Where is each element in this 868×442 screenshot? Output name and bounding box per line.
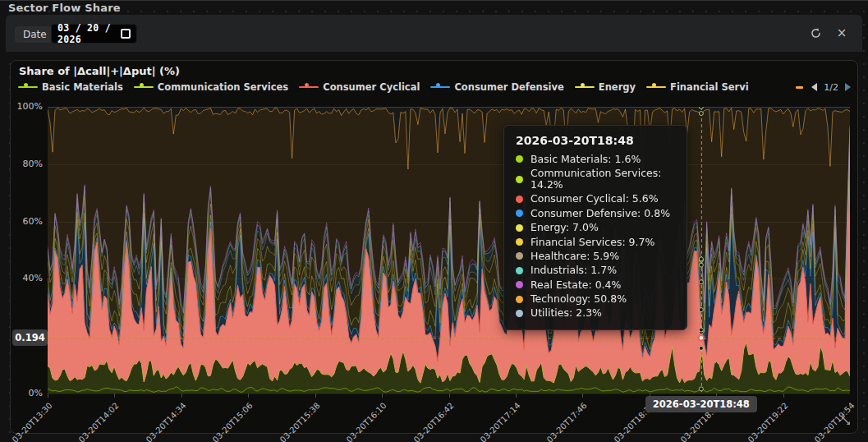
series-dot-icon (516, 155, 523, 163)
legend-item-consumer-cyclical[interactable]: Consumer Cyclical (299, 81, 420, 93)
legend-item-communication-services[interactable]: Communication Services (134, 81, 288, 93)
legend-item-consumer-defensive[interactable]: Consumer Defensive (430, 81, 563, 93)
toolbar: Date 03 / 20 / 2026 × (6, 15, 862, 52)
x-axis-tick-label: -03-20T17:14 (457, 401, 521, 442)
tooltip-row-text: Utilities: 2.3% (530, 307, 602, 319)
y-axis-pointer-badge: 0.194 (12, 329, 48, 346)
legend-marker-icon (575, 83, 595, 91)
x-axis-pointer-badge: 2026-03-20T18:48 (645, 396, 757, 412)
tooltip-row-text: Energy: 7.0% (530, 222, 599, 233)
legend-item-label: Energy (599, 81, 636, 93)
legend-item-label: Consumer Defensive (454, 81, 563, 93)
tooltip-row-text: Consumer Defensive: 0.8% (530, 208, 670, 219)
tooltip-row: Basic Materials: 1.6% (516, 152, 675, 166)
tooltip-timestamp: 2026-03-20T18:48 (516, 134, 675, 147)
tooltip-row-text: Consumer Cyclical: 5.6% (530, 193, 659, 205)
legend-item-label: Financial Services (670, 81, 749, 93)
legend-marker-icon (18, 83, 38, 91)
tooltip-row-text: Real Estate: 0.4% (530, 279, 621, 291)
x-axis-tick-label: -03-20T15:38 (257, 401, 321, 442)
series-dot-icon (516, 176, 523, 183)
legend-item-basic-materials[interactable]: Basic Materials (18, 81, 123, 93)
legend-item-financial-services[interactable]: Financial Services (646, 81, 749, 93)
series-dot-icon (516, 224, 523, 232)
refresh-icon (810, 27, 822, 39)
tooltip-row-text: Financial Services: 9.7% (530, 237, 654, 248)
close-button[interactable]: × (831, 23, 852, 43)
series-dot-icon (516, 209, 523, 217)
date-value: 03 / 20 / 2026 (57, 22, 121, 45)
tooltip-row: Healthcare: 5.9% (516, 249, 675, 263)
x-axis-tick-label: -03-20T13:30 (0, 401, 54, 442)
legend-marker-icon (134, 83, 154, 91)
legend-marker-icon (299, 83, 319, 91)
x-axis-tick-label: -03-20T14:34 (123, 401, 187, 442)
legend-pager: 1/2 (796, 80, 851, 94)
series-dot-icon (516, 252, 523, 260)
page-title: Sector Flow Share (8, 2, 121, 14)
legend-item-label: Communication Services (158, 81, 288, 93)
legend-page-indicator: 1/2 (824, 82, 838, 93)
tooltip-row-text: Communication Services: 14.2% (530, 168, 675, 191)
tooltip-rows: Basic Materials: 1.6% Communication Serv… (516, 152, 675, 320)
sector-flow-area-chart[interactable] (48, 107, 850, 399)
legend-item-label: Basic Materials (42, 81, 123, 93)
series-dot-icon (516, 310, 523, 317)
app-root: { "window": { "title": "Sector Flow Shar… (0, 0, 868, 442)
y-axis-tick-label: 60% (11, 217, 43, 227)
tooltip-row: Consumer Defensive: 0.8% (516, 206, 675, 220)
chart-tooltip: 2026-03-20T18:48 Basic Materials: 1.6% C… (503, 125, 687, 330)
tooltip-row-text: Technology: 50.8% (530, 293, 627, 305)
refresh-button[interactable] (805, 23, 826, 43)
y-axis-tick-label: 0% (11, 389, 43, 398)
tooltip-row-text: Healthcare: 5.9% (530, 251, 619, 262)
chart-title: Share of |Δcall|+|Δput| (%) (19, 65, 180, 77)
tooltip-row: Consumer Cyclical: 5.6% (516, 192, 675, 206)
series-dot-icon (516, 196, 523, 203)
calendar-icon[interactable] (121, 29, 131, 39)
tooltip-row: Industrials: 1.7% (516, 264, 675, 278)
series-dot-icon (516, 281, 523, 288)
legend-prev-arrow-icon[interactable] (811, 83, 817, 91)
resize-handle-icon[interactable] (839, 414, 852, 427)
legend-next-arrow-icon[interactable] (845, 83, 851, 91)
y-axis-tick-label: 100% (11, 102, 43, 112)
x-axis-tick-label: -03-20T16:42 (391, 401, 455, 442)
legend: Basic Materials Communication Services C… (18, 80, 749, 94)
x-axis-tick-label: -03-20T17:46 (525, 401, 589, 442)
x-axis-tick-label: -03-20T15:06 (191, 401, 255, 442)
date-label: Date (15, 26, 55, 43)
tooltip-row: Real Estate: 0.4% (516, 278, 675, 292)
legend-overflow-marker (796, 86, 803, 89)
tooltip-row-text: Basic Materials: 1.6% (530, 154, 641, 165)
series-dot-icon (516, 238, 523, 246)
y-axis-tick-label: 80% (11, 159, 43, 169)
x-axis-tick-label: -03-20T16:10 (324, 401, 388, 442)
tooltip-row: Technology: 50.8% (516, 292, 675, 306)
legend-marker-icon (430, 83, 450, 91)
series-dot-icon (516, 267, 523, 274)
close-icon: × (837, 25, 847, 40)
date-input[interactable]: 03 / 20 / 2026 (51, 24, 137, 44)
legend-item-energy[interactable]: Energy (575, 81, 636, 93)
tooltip-row: Financial Services: 9.7% (516, 235, 675, 249)
y-axis-tick-label: 40% (11, 274, 43, 283)
legend-marker-icon (646, 83, 666, 91)
tooltip-row: Utilities: 2.3% (516, 306, 675, 320)
tooltip-row: Communication Services: 14.2% (516, 166, 675, 191)
x-axis-tick-label: -03-20T14:02 (57, 401, 121, 442)
legend-item-label: Consumer Cyclical (323, 81, 420, 93)
tooltip-row-text: Industrials: 1.7% (530, 265, 617, 276)
series-dot-icon (516, 296, 523, 303)
chart-panel: Share of |Δcall|+|Δput| (%) Basic Materi… (10, 60, 858, 434)
tooltip-row: Energy: 7.0% (516, 221, 675, 235)
